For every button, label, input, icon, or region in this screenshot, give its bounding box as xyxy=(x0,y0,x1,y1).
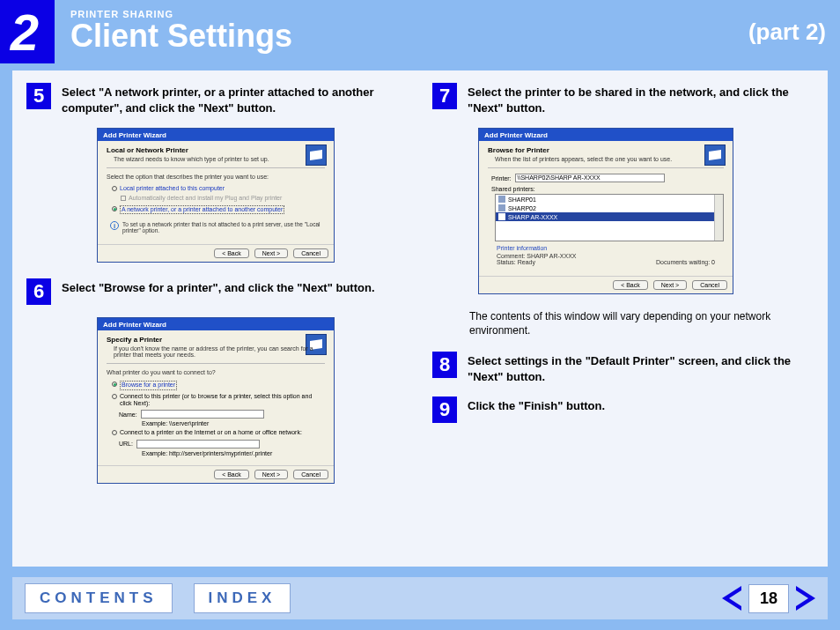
info-text: To set up a network printer that is not … xyxy=(122,221,325,233)
option-browse-printer[interactable]: Browse for a printer xyxy=(112,381,325,389)
right-column: 7 Select the printer to be shared in the… xyxy=(432,83,814,554)
wizard-prompt: What printer do you want to connect to? xyxy=(107,369,325,375)
info-label: Documents waiting: xyxy=(656,259,710,265)
page-header: 2 PRINTER SHARING Client Settings (part … xyxy=(0,0,840,63)
list-item[interactable]: SHARP01 xyxy=(496,195,723,204)
step-8: 8 Select settings in the "Default Printe… xyxy=(432,352,814,384)
step-6: 6 Select "Browse for a printer", and cli… xyxy=(26,278,408,305)
info-label: Status: xyxy=(497,259,516,265)
printer-info-heading: Printer information xyxy=(497,245,715,251)
info-value: Ready xyxy=(518,259,535,265)
wizard-subtext: The wizard needs to know which type of p… xyxy=(114,156,325,162)
wizard-button-row: < Back Next > Cancel xyxy=(479,276,733,293)
wizard-screenshot-c: Add Printer Wizard Browse for Printer Wh… xyxy=(478,128,733,294)
wizard-screenshot-b: Add Printer Wizard Specify a Printer If … xyxy=(97,317,335,484)
option-autodetect[interactable]: Automatically detect and install my Plug… xyxy=(121,195,325,202)
next-page-button[interactable] xyxy=(796,586,815,611)
step-9: 9 Click the "Finish" button. xyxy=(432,397,814,423)
info-value: 0 xyxy=(711,259,715,265)
cancel-button[interactable]: Cancel xyxy=(293,470,328,479)
footer-bar: CONTENTS INDEX 18 xyxy=(12,577,828,619)
wizard-titlebar: Add Printer Wizard xyxy=(479,129,733,141)
step-number: 6 xyxy=(26,278,51,305)
wizard-button-row: < Back Next > Cancel xyxy=(98,244,334,262)
scrollbar[interactable] xyxy=(714,195,723,241)
back-button[interactable]: < Back xyxy=(214,470,249,479)
wizard-heading: Browse for Printer xyxy=(488,146,724,154)
name-example: Example: \\server\printer xyxy=(142,420,209,426)
header-text: PRINTER SHARING Client Settings xyxy=(55,0,748,63)
wizard-subtext: When the list of printers appears, selec… xyxy=(495,156,724,162)
option-label: Automatically detect and install my Plug… xyxy=(129,195,282,202)
back-button[interactable]: < Back xyxy=(214,248,249,258)
step-text: Select the printer to be shared in the n… xyxy=(468,83,814,115)
wizard-heading: Specify a Printer xyxy=(107,336,325,344)
step-number: 5 xyxy=(26,83,51,109)
environment-note: The contents of this window will vary de… xyxy=(469,310,814,337)
list-item[interactable]: SHARP AR-XXXX xyxy=(496,212,723,221)
page-number: 18 xyxy=(748,584,789,613)
wizard-heading: Local or Network Printer xyxy=(107,146,325,154)
name-input[interactable] xyxy=(141,410,264,419)
option-connect-printer[interactable]: Connect to this printer (or to browse fo… xyxy=(112,393,325,408)
step-7: 7 Select the printer to be shared in the… xyxy=(432,83,814,115)
name-label: Name: xyxy=(119,411,137,418)
step-5: 5 Select "A network printer, or a printe… xyxy=(26,83,408,115)
option-label: Connect to this printer (or to browse fo… xyxy=(120,393,325,408)
page-title: Client Settings xyxy=(70,18,748,55)
computer-icon xyxy=(498,196,505,203)
url-input[interactable] xyxy=(136,440,260,448)
info-label: Comment: xyxy=(497,253,525,259)
part-label: (part 2) xyxy=(748,19,840,46)
left-column: 5 Select "A network printer, or a printe… xyxy=(26,83,408,554)
cancel-button[interactable]: Cancel xyxy=(692,280,727,290)
wizard-titlebar: Add Printer Wizard xyxy=(98,129,334,141)
printer-icon xyxy=(498,213,505,220)
cancel-button[interactable]: Cancel xyxy=(293,248,328,258)
wizard-subtext: If you don't know the name or address of… xyxy=(114,345,325,358)
prev-page-button[interactable] xyxy=(722,586,741,611)
option-label: Connect to a printer on the Internet or … xyxy=(120,429,302,436)
index-button[interactable]: INDEX xyxy=(194,583,291,613)
option-internet-printer[interactable]: Connect to a printer on the Internet or … xyxy=(112,429,325,436)
step-number: 9 xyxy=(432,397,457,423)
wizard-info-note: i To set up a network printer that is no… xyxy=(110,221,325,233)
step-text: Select "A network printer, or a printer … xyxy=(62,83,408,115)
list-item-label: SHARP AR-XXXX xyxy=(508,214,557,220)
chapter-number: 2 xyxy=(0,0,55,63)
computer-icon xyxy=(498,204,505,211)
shared-printers-list[interactable]: SHARP01 SHARP02 SHARP AR-XXXX xyxy=(495,194,724,241)
info-value: SHARP AR-XXXX xyxy=(527,253,576,259)
info-icon: i xyxy=(110,221,119,230)
content-area: 5 Select "A network printer, or a printe… xyxy=(12,70,828,567)
back-button[interactable]: < Back xyxy=(613,280,648,290)
contents-button[interactable]: CONTENTS xyxy=(25,583,173,613)
option-local-printer[interactable]: Local printer attached to this computer xyxy=(112,185,325,192)
wizard-screenshot-a: Add Printer Wizard Local or Network Prin… xyxy=(97,128,335,263)
list-item-label: SHARP01 xyxy=(508,196,536,203)
step-text: Select settings in the "Default Printer"… xyxy=(468,352,814,384)
next-button[interactable]: Next > xyxy=(254,248,288,258)
step-number: 8 xyxy=(432,352,457,378)
step-text: Select "Browse for a printer", and click… xyxy=(62,278,375,305)
option-label: A network printer, or a printer attached… xyxy=(120,205,284,214)
option-network-printer[interactable]: A network printer, or a printer attached… xyxy=(112,205,325,214)
next-button[interactable]: Next > xyxy=(653,280,687,290)
printer-info-panel: Printer information Comment: SHARP AR-XX… xyxy=(497,245,715,265)
step-number: 7 xyxy=(432,83,457,109)
step-text: Click the "Finish" button. xyxy=(468,397,605,423)
list-item[interactable]: SHARP02 xyxy=(496,204,723,212)
printer-field[interactable]: \\SHARP02\SHARP AR-XXXX xyxy=(515,174,665,182)
wizard-button-row: < Back Next > Cancel xyxy=(98,465,334,483)
wizard-prompt: Select the option that describes the pri… xyxy=(107,174,325,180)
shared-printers-label: Shared printers: xyxy=(491,186,724,192)
option-label: Browse for a printer xyxy=(120,381,177,389)
list-item-label: SHARP02 xyxy=(508,205,536,211)
url-label: URL: xyxy=(119,441,133,447)
printer-field-label: Printer: xyxy=(491,175,512,182)
wizard-titlebar: Add Printer Wizard xyxy=(98,318,334,330)
url-example: Example: http://server/printers/myprinte… xyxy=(142,450,272,456)
option-label: Local printer attached to this computer xyxy=(120,185,225,192)
next-button[interactable]: Next > xyxy=(254,470,288,479)
